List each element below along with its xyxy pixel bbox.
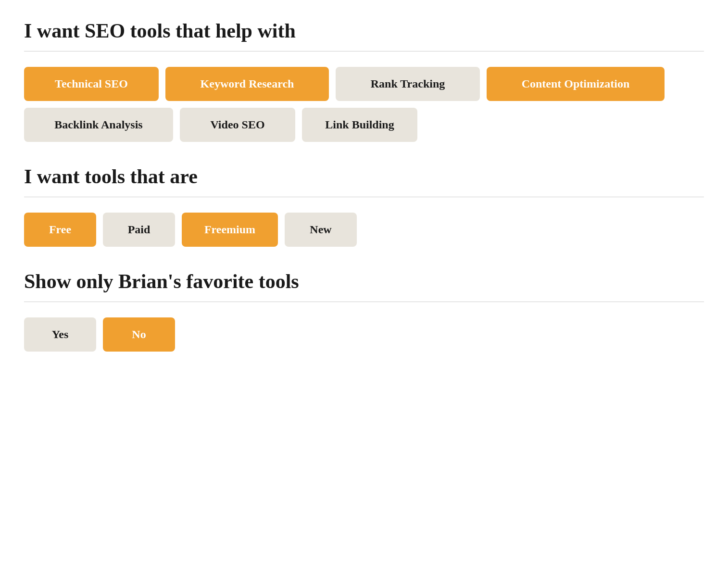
tools-type-buttons: Free Paid Freemium New <box>24 213 704 247</box>
seo-help-divider <box>24 51 704 51</box>
btn-new[interactable]: New <box>285 213 357 247</box>
filter-page: I want SEO tools that help with Technica… <box>24 19 704 352</box>
tools-type-section: I want tools that are Free Paid Freemium… <box>24 165 704 247</box>
btn-freemium[interactable]: Freemium <box>182 213 278 247</box>
tools-type-title: I want tools that are <box>24 165 704 188</box>
favorites-divider <box>24 302 704 302</box>
btn-content-optimization[interactable]: Content Optimization <box>487 67 665 101</box>
seo-help-section: I want SEO tools that help with Technica… <box>24 19 704 142</box>
seo-help-title: I want SEO tools that help with <box>24 19 704 42</box>
favorites-section: Show only Brian's favorite tools Yes No <box>24 270 704 352</box>
favorites-buttons: Yes No <box>24 317 704 352</box>
btn-backlink-analysis[interactable]: Backlink Analysis <box>24 108 173 142</box>
btn-no[interactable]: No <box>103 317 175 352</box>
btn-yes[interactable]: Yes <box>24 317 96 352</box>
btn-link-building[interactable]: Link Building <box>302 108 417 142</box>
seo-help-buttons: Technical SEO Keyword Research Rank Trac… <box>24 67 704 142</box>
btn-keyword-research[interactable]: Keyword Research <box>165 67 329 101</box>
btn-video-seo[interactable]: Video SEO <box>180 108 295 142</box>
tools-type-divider <box>24 197 704 197</box>
btn-rank-tracking[interactable]: Rank Tracking <box>336 67 480 101</box>
btn-paid[interactable]: Paid <box>103 213 175 247</box>
btn-technical-seo[interactable]: Technical SEO <box>24 67 159 101</box>
btn-free[interactable]: Free <box>24 213 96 247</box>
favorites-title: Show only Brian's favorite tools <box>24 270 704 293</box>
